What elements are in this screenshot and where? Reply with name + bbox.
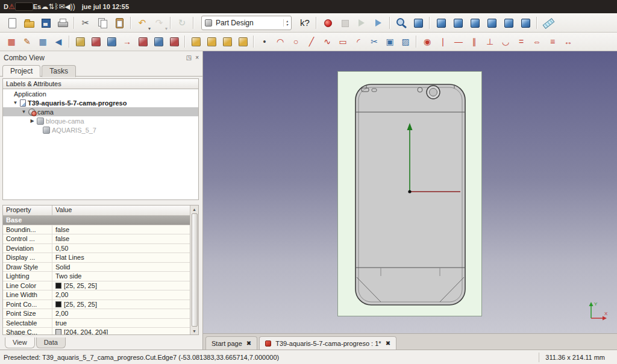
keyboard-layout-indicator[interactable]: Es: [33, 4, 41, 10]
pad-button[interactable]: [72, 34, 88, 49]
warning-indicator-icon[interactable]: ⚠: [8, 3, 15, 10]
line-tool-button[interactable]: ╱: [304, 34, 319, 49]
constraint-distance-button[interactable]: ↔: [560, 34, 576, 49]
tree-item-aquaris-5-7[interactable]: AQUARIS_5_7: [3, 125, 198, 134]
volume-icon[interactable]: ◀)): [65, 3, 75, 10]
close-tab-icon[interactable]: ✖: [246, 340, 251, 347]
map-sketch-button[interactable]: ▦: [35, 34, 51, 49]
refresh-button[interactable]: ↻: [174, 15, 190, 31]
external-geometry-button[interactable]: ▣: [382, 34, 398, 49]
close-panel-icon[interactable]: ×: [195, 55, 199, 61]
macro-stop-button[interactable]: [336, 15, 353, 31]
print-button[interactable]: [54, 15, 71, 31]
fillet-button[interactable]: [135, 34, 151, 49]
scrollbar-thumb[interactable]: [192, 213, 198, 327]
trim-tool-button[interactable]: ✂: [366, 34, 382, 49]
constraint-symmetric-button[interactable]: ⇔: [529, 34, 545, 49]
groove-button[interactable]: →: [119, 34, 135, 49]
workbench-spinner[interactable]: ▴▾: [283, 19, 288, 27]
measure-button[interactable]: [540, 15, 557, 31]
constraint-vertical-button[interactable]: ∣: [435, 34, 451, 49]
prop-draw-style[interactable]: Draw Style Solid: [3, 263, 198, 272]
view-bottom-button[interactable]: [500, 15, 517, 31]
whats-this-button[interactable]: k?: [296, 15, 313, 31]
linear-pattern-button[interactable]: [204, 34, 219, 49]
circle-tool-button[interactable]: ○: [288, 34, 304, 49]
constraint-perpendicular-button[interactable]: ⊥: [482, 34, 498, 49]
prop-point-size[interactable]: Point Size 2,00: [3, 309, 198, 319]
view-rear-button[interactable]: [483, 15, 500, 31]
tree-item-bloque-cama[interactable]: ▶ bloque-cama: [3, 116, 198, 125]
constraint-horizontal-button[interactable]: —: [451, 34, 466, 49]
prop-shape-color[interactable]: Shape C... [204, 204, 204]: [3, 328, 198, 335]
prop-line-color[interactable]: Line Color [25, 25, 25]: [3, 281, 198, 291]
macro-debug-button[interactable]: [370, 15, 387, 31]
tab-project[interactable]: Project: [2, 65, 40, 77]
constraint-tangent-button[interactable]: ◡: [498, 34, 513, 49]
cloud-sync-icon[interactable]: ☁: [41, 3, 48, 10]
constraint-parallel-button[interactable]: ∥: [466, 34, 482, 49]
prop-bounding-box[interactable]: Boundin... false: [3, 225, 198, 235]
prop-deviation[interactable]: Deviation 0,50: [3, 244, 198, 254]
rectangle-tool-button[interactable]: ▭: [335, 34, 351, 49]
mirrored-button[interactable]: [188, 34, 204, 49]
new-sketch-button[interactable]: ▦: [4, 34, 19, 49]
tree-expander-icon[interactable]: ▼: [21, 109, 27, 115]
bluetooth-icon[interactable]: ᛒ: [54, 3, 58, 10]
edit-sketch-button[interactable]: ✎: [19, 34, 35, 49]
tree-expander-icon[interactable]: ▶: [30, 118, 35, 124]
constraint-equal-button[interactable]: =: [513, 34, 529, 49]
fit-all-button[interactable]: [393, 15, 410, 31]
tab-data[interactable]: Data: [36, 337, 66, 348]
scroll-down-icon[interactable]: ▼: [192, 327, 196, 334]
tree-item-application[interactable]: Application: [3, 89, 198, 98]
tab-view[interactable]: View: [5, 337, 35, 348]
view-axonometric-button[interactable]: [410, 15, 427, 31]
notification-applet-icon[interactable]: [15, 2, 33, 11]
polar-pattern-button[interactable]: [219, 34, 235, 49]
prop-selectable[interactable]: Selectable true: [3, 319, 198, 328]
pocket-button[interactable]: [88, 34, 104, 49]
view-front-button[interactable]: [433, 15, 449, 31]
network-transfer-icon[interactable]: ⇅: [48, 3, 54, 10]
view-left-button[interactable]: [517, 15, 534, 31]
cut-button[interactable]: ✂: [77, 15, 94, 31]
close-tab-icon[interactable]: ✖: [386, 340, 390, 347]
fillet-tool-button[interactable]: ◜: [351, 34, 366, 49]
multitransform-button[interactable]: [235, 34, 251, 49]
view-right-button[interactable]: [466, 15, 483, 31]
tab-tasks[interactable]: Tasks: [42, 65, 76, 77]
revolution-button[interactable]: [104, 34, 119, 49]
macro-play-button[interactable]: [353, 15, 370, 31]
float-panel-icon[interactable]: ◳: [186, 55, 192, 61]
constraint-block-button[interactable]: ≡: [545, 34, 560, 49]
constraint-coincident-button[interactable]: ◉: [419, 34, 435, 49]
copy-button[interactable]: [94, 15, 111, 31]
prop-line-width[interactable]: Line Width 2,00: [3, 290, 198, 300]
tree-item-document[interactable]: ▼ T39-aquaris-5-7-cama-progreso: [3, 98, 198, 107]
spin-down-icon[interactable]: ▾: [286, 23, 288, 27]
draft-button[interactable]: [166, 34, 182, 49]
tree-item-cama[interactable]: ▼ cama: [3, 107, 198, 116]
chamfer-button[interactable]: [151, 34, 166, 49]
view-top-button[interactable]: [449, 15, 466, 31]
undo-button[interactable]: ↶: [134, 15, 151, 31]
clock[interactable]: jue jul 10 12:55: [82, 3, 129, 10]
point-tool-button[interactable]: •: [257, 34, 272, 49]
paste-button[interactable]: [111, 15, 128, 31]
polyline-tool-button[interactable]: ∿: [319, 34, 335, 49]
prop-display-mode[interactable]: Display ... Flat Lines: [3, 253, 198, 263]
open-file-button[interactable]: [20, 15, 37, 31]
prop-point-color[interactable]: Point Co... [25, 25, 25]: [3, 300, 198, 310]
3d-viewport[interactable]: Y X: [203, 51, 617, 333]
new-file-button[interactable]: [4, 15, 20, 31]
redo-button[interactable]: ↷: [151, 15, 168, 31]
arc-tool-button[interactable]: ◠: [272, 34, 288, 49]
tree-expander-icon[interactable]: ▼: [13, 100, 18, 105]
property-scrollbar[interactable]: ▲ ▼: [190, 206, 198, 334]
save-button[interactable]: [37, 15, 54, 31]
macro-record-button[interactable]: [319, 15, 336, 31]
construction-mode-button[interactable]: ▨: [398, 34, 413, 49]
prop-lighting[interactable]: Lighting Two side: [3, 272, 198, 281]
tab-start-page[interactable]: Start page ✖: [205, 336, 257, 350]
